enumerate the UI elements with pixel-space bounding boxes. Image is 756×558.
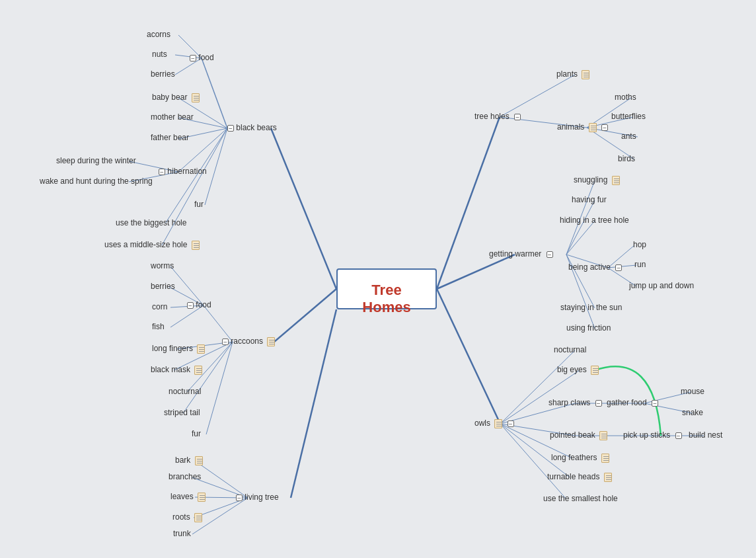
note-bark bbox=[195, 456, 203, 465]
node-butterflies: butterflies bbox=[611, 112, 646, 121]
label-berries-bb: berries bbox=[151, 69, 175, 79]
node-pointed-beak: pointed beak bbox=[550, 430, 607, 440]
node-moths: moths bbox=[615, 93, 636, 102]
label-wake: wake and hunt during the spring bbox=[40, 177, 153, 186]
node-hiding: hiding in a tree hole bbox=[560, 216, 629, 225]
label-branches: branches bbox=[169, 472, 201, 481]
label-having-fur: having fur bbox=[572, 195, 607, 204]
collapse-animals[interactable]: − bbox=[601, 124, 608, 131]
node-long-feathers: long feathers bbox=[551, 453, 609, 463]
label-build-nest: build nest bbox=[689, 430, 722, 440]
collapse-being-active[interactable]: − bbox=[615, 264, 622, 271]
collapse-sharp-claws[interactable]: − bbox=[595, 400, 602, 407]
label-mouse: mouse bbox=[681, 387, 704, 396]
node-black-bears: − black bears bbox=[227, 123, 277, 132]
collapse-raccoons[interactable]: − bbox=[222, 339, 229, 345]
collapse-hibernation[interactable]: − bbox=[159, 169, 165, 175]
node-wake: wake and hunt during the spring bbox=[40, 177, 153, 186]
label-corn: corn bbox=[152, 302, 167, 311]
label-black-bears: black bears bbox=[236, 123, 276, 132]
label-hiding: hiding in a tree hole bbox=[560, 216, 629, 225]
node-birds: birds bbox=[618, 154, 635, 163]
label-snuggling: snuggling bbox=[574, 175, 607, 184]
node-using-friction: using friction bbox=[566, 323, 611, 333]
svg-line-16 bbox=[205, 128, 227, 205]
collapse-owls[interactable]: − bbox=[508, 420, 514, 427]
collapse-tree-holes[interactable]: − bbox=[514, 114, 521, 120]
node-food-bb: − food bbox=[190, 53, 214, 62]
label-staying-sun: staying in the sun bbox=[560, 303, 622, 312]
label-ants: ants bbox=[621, 132, 636, 141]
label-getting-warmer: getting warmer bbox=[489, 249, 541, 259]
node-baby-bear: baby bear bbox=[152, 93, 200, 102]
svg-line-4 bbox=[291, 309, 336, 498]
collapse-gather-food[interactable]: − bbox=[652, 400, 658, 407]
label-fur-bb: fur bbox=[194, 200, 204, 209]
label-tree-holes: tree holes bbox=[474, 112, 510, 121]
collapse-food-bb[interactable]: − bbox=[190, 55, 196, 61]
node-run: run bbox=[634, 260, 646, 269]
node-middle-hole: uses a middle-size hole bbox=[104, 240, 200, 250]
label-run: run bbox=[634, 260, 646, 269]
label-hop: hop bbox=[633, 240, 646, 249]
label-turnable-heads: turnable heads bbox=[547, 472, 599, 481]
label-owls: owls bbox=[474, 418, 490, 428]
label-sharp-claws: sharp claws bbox=[548, 398, 590, 407]
node-smallest-hole: use the smallest hole bbox=[543, 494, 618, 503]
node-long-fingers: long fingers bbox=[152, 344, 205, 354]
note-raccoons bbox=[267, 337, 275, 346]
label-baby-bear: baby bear bbox=[152, 93, 187, 102]
collapse-pick-up-sticks[interactable]: − bbox=[675, 432, 682, 439]
node-corn: corn bbox=[152, 302, 167, 311]
label-pick-up-sticks: pick up sticks bbox=[623, 430, 670, 440]
svg-line-3 bbox=[274, 289, 336, 342]
label-fur-r: fur bbox=[192, 429, 201, 438]
node-sharp-claws: sharp claws − bbox=[548, 398, 602, 407]
central-node-label: Tree Homes bbox=[362, 282, 410, 315]
label-food-bb: food bbox=[198, 53, 213, 62]
note-plants bbox=[582, 70, 589, 79]
note-owls bbox=[494, 419, 502, 428]
collapse-living-tree[interactable]: − bbox=[236, 495, 243, 501]
label-living-tree: living tree bbox=[245, 493, 278, 502]
label-butterflies: butterflies bbox=[611, 112, 646, 121]
node-leaves: leaves bbox=[170, 492, 206, 502]
note-animals bbox=[589, 123, 597, 132]
node-ants: ants bbox=[621, 132, 636, 141]
node-jump: jump up and down bbox=[629, 281, 694, 290]
note-middle-hole bbox=[192, 241, 200, 250]
collapse-black-bears[interactable]: − bbox=[227, 125, 234, 132]
label-leaves: leaves bbox=[170, 492, 194, 501]
label-acorns: acorns bbox=[147, 30, 170, 39]
node-father-bear: father bear bbox=[151, 133, 189, 142]
node-food-r: − food bbox=[187, 300, 211, 309]
node-fish: fish bbox=[152, 322, 165, 331]
node-raccoons: − raccoons bbox=[222, 337, 275, 346]
label-plants: plants bbox=[556, 69, 578, 79]
collapse-food-r[interactable]: − bbox=[187, 302, 194, 309]
label-nocturnal-o: nocturnal bbox=[554, 345, 586, 354]
label-long-fingers: long fingers bbox=[152, 344, 193, 353]
label-snake: snake bbox=[682, 408, 703, 417]
node-sleep: sleep during the winter bbox=[56, 156, 136, 165]
svg-line-26 bbox=[566, 200, 595, 255]
label-big-eyes: big eyes bbox=[557, 365, 587, 374]
svg-line-43 bbox=[206, 342, 233, 434]
note-snuggling bbox=[612, 176, 620, 185]
node-acorns: acorns bbox=[147, 30, 170, 39]
node-being-active: being active − bbox=[568, 262, 622, 272]
collapse-getting-warmer[interactable]: − bbox=[547, 251, 553, 258]
node-having-fur: having fur bbox=[572, 195, 607, 204]
label-middle-hole: uses a middle-size hole bbox=[104, 240, 187, 249]
label-fish: fish bbox=[152, 322, 165, 331]
label-nuts: nuts bbox=[152, 50, 167, 59]
node-getting-warmer: getting warmer − bbox=[489, 249, 553, 259]
svg-line-17 bbox=[165, 128, 227, 223]
node-mouse: mouse bbox=[681, 387, 704, 396]
node-big-eyes: big eyes bbox=[557, 365, 599, 375]
node-roots: roots bbox=[172, 512, 202, 522]
svg-line-18 bbox=[162, 128, 227, 245]
node-nuts: nuts bbox=[152, 50, 167, 59]
label-bark: bark bbox=[175, 456, 190, 465]
node-plants: plants bbox=[556, 69, 589, 79]
